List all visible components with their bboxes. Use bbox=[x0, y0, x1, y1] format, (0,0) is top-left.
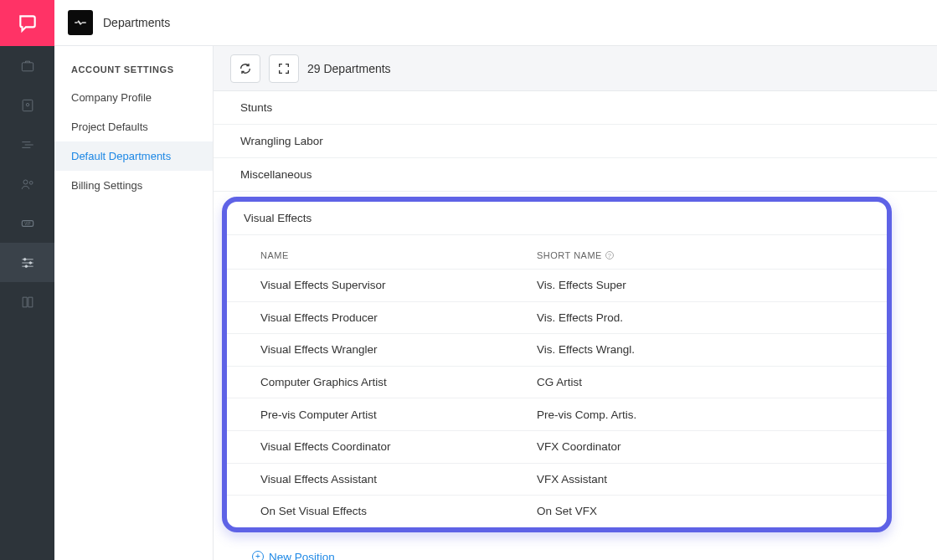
position-short-name: Vis. Effects Wrangl. bbox=[537, 343, 870, 356]
panel-title[interactable]: Visual Effects bbox=[227, 202, 887, 235]
page-body: ACCOUNT SETTINGS Company ProfileProject … bbox=[54, 46, 937, 560]
position-short-name: VFX Assistant bbox=[537, 473, 870, 486]
position-row[interactable]: On Set Visual EffectsOn Set VFX bbox=[227, 495, 887, 527]
position-row[interactable]: Visual Effects AssistantVFX Assistant bbox=[227, 463, 887, 496]
position-name: Pre-vis Computer Artist bbox=[260, 408, 537, 421]
position-name: Visual Effects Coordinator bbox=[260, 440, 537, 453]
svg-point-3 bbox=[23, 180, 28, 184]
svg-point-2 bbox=[26, 103, 28, 105]
department-row[interactable]: Wrangling Labor bbox=[214, 125, 937, 158]
position-short-name: Pre-vis Comp. Artis. bbox=[537, 408, 870, 421]
project-thumbnail[interactable] bbox=[68, 10, 93, 35]
position-short-name: CG Artist bbox=[537, 376, 870, 388]
position-name: Visual Effects Supervisor bbox=[260, 279, 537, 291]
position-row[interactable]: Visual Effects ProducerVis. Effects Prod… bbox=[227, 301, 887, 334]
svg-text:VIP: VIP bbox=[24, 222, 30, 226]
department-list: StuntsWrangling LaborMiscellaneous Visua… bbox=[214, 91, 937, 560]
sidebar-item[interactable]: Billing Settings bbox=[54, 171, 213, 200]
new-position-button[interactable]: + New Position bbox=[214, 541, 937, 560]
column-header-short-name-label: SHORT NAME bbox=[537, 250, 602, 260]
refresh-button[interactable] bbox=[230, 54, 260, 83]
position-name: Computer Graphics Artist bbox=[260, 376, 537, 388]
column-header-name: NAME bbox=[260, 250, 537, 260]
info-icon[interactable]: ? bbox=[605, 251, 614, 259]
rail-item-settings[interactable] bbox=[0, 243, 54, 282]
position-row[interactable]: Visual Effects WranglerVis. Effects Wran… bbox=[227, 333, 887, 366]
position-row[interactable]: Visual Effects SupervisorVis. Effects Su… bbox=[227, 269, 887, 301]
new-position-label: New Position bbox=[269, 551, 335, 560]
positions-table-header: NAME SHORT NAME ? bbox=[227, 235, 887, 269]
expand-button[interactable] bbox=[269, 54, 299, 83]
svg-rect-1 bbox=[23, 100, 33, 110]
app-icon-rail: VIP bbox=[0, 0, 54, 560]
sidebar-item[interactable]: Company Profile bbox=[54, 83, 213, 112]
page-header: Departments bbox=[54, 0, 937, 46]
expanded-panel-wrap: Visual Effects NAME SHORT NAME ? Visual … bbox=[214, 192, 937, 560]
position-name: Visual Effects Wrangler bbox=[260, 343, 537, 356]
page-title: Departments bbox=[103, 16, 170, 29]
rail-item-messages[interactable] bbox=[0, 125, 54, 164]
department-count: 29 Departments bbox=[307, 62, 391, 75]
expanded-department-panel: Visual Effects NAME SHORT NAME ? Visual … bbox=[222, 197, 892, 532]
sidebar-section-title: ACCOUNT SETTINGS bbox=[54, 64, 213, 83]
plus-icon: + bbox=[252, 551, 264, 560]
settings-sidebar: ACCOUNT SETTINGS Company ProfileProject … bbox=[54, 46, 214, 560]
rail-item-vip[interactable]: VIP bbox=[0, 203, 54, 243]
content-area: 29 Departments StuntsWrangling LaborMisc… bbox=[214, 46, 937, 560]
position-short-name: VFX Coordinator bbox=[537, 440, 870, 453]
svg-point-8 bbox=[29, 261, 32, 264]
position-row[interactable]: Visual Effects CoordinatorVFX Coordinato… bbox=[227, 430, 887, 463]
position-short-name: Vis. Effects Super bbox=[537, 279, 870, 291]
content-toolbar: 29 Departments bbox=[214, 46, 937, 91]
main-column: Departments ACCOUNT SETTINGS Company Pro… bbox=[54, 0, 937, 560]
position-name: On Set Visual Effects bbox=[260, 505, 537, 517]
sidebar-item[interactable]: Default Departments bbox=[54, 141, 213, 171]
position-row[interactable]: Pre-vis Computer ArtistPre-vis Comp. Art… bbox=[227, 398, 887, 430]
svg-point-9 bbox=[25, 265, 28, 267]
position-short-name: Vis. Effects Prod. bbox=[537, 311, 870, 324]
department-row[interactable]: Miscellaneous bbox=[214, 158, 937, 192]
sidebar-item[interactable]: Project Defaults bbox=[54, 112, 213, 141]
position-short-name: On Set VFX bbox=[537, 505, 870, 517]
position-row[interactable]: Computer Graphics ArtistCG Artist bbox=[227, 366, 887, 398]
rail-item-docs[interactable] bbox=[0, 282, 54, 321]
rail-item-contacts[interactable] bbox=[0, 85, 54, 125]
svg-point-4 bbox=[29, 181, 33, 184]
column-header-short-name: SHORT NAME ? bbox=[537, 250, 870, 260]
position-name: Visual Effects Assistant bbox=[260, 473, 537, 486]
rail-item-team[interactable] bbox=[0, 164, 54, 203]
position-name: Visual Effects Producer bbox=[260, 311, 537, 324]
svg-point-7 bbox=[23, 258, 26, 260]
app-logo[interactable] bbox=[0, 0, 54, 46]
svg-rect-0 bbox=[22, 62, 33, 70]
rail-item-projects[interactable] bbox=[0, 46, 54, 85]
department-row[interactable]: Stunts bbox=[214, 91, 937, 125]
